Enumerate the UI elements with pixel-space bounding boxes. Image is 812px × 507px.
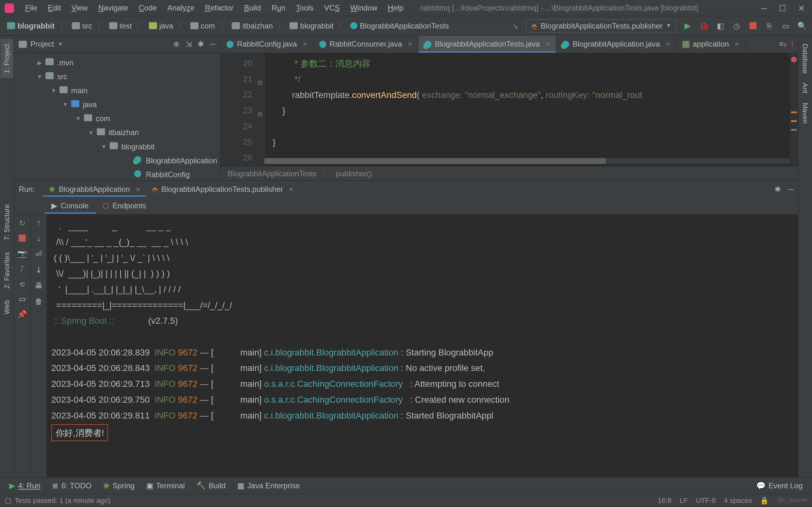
bb-spring[interactable]: ❀Spring: [99, 481, 139, 490]
tree-item-blograbbitapplication[interactable]: BlograbbitApplication: [14, 154, 220, 167]
tab-close-icon[interactable]: ×: [735, 40, 739, 48]
tab-close-icon[interactable]: ×: [408, 40, 412, 48]
menu-code[interactable]: Code: [133, 3, 162, 12]
menu-analyze[interactable]: Analyze: [162, 3, 200, 12]
menu-vcs[interactable]: VCS: [319, 3, 345, 12]
run-dashboard-icon[interactable]: ▭: [780, 20, 791, 31]
tool-ant[interactable]: Ant: [799, 78, 811, 98]
bc-itbaizhan[interactable]: itbaizhan: [230, 21, 275, 30]
project-view-selector[interactable]: Project ▼: [19, 40, 63, 49]
tree-item-blograbbit[interactable]: ▼blograbbit: [14, 139, 220, 154]
tree-item-java[interactable]: ▼java: [14, 97, 220, 111]
editor-tab[interactable]: RabbitConfig.java×: [221, 36, 313, 52]
menu-run[interactable]: Run: [266, 3, 290, 12]
editor-error-icon[interactable]: !: [791, 40, 793, 49]
run-settings-icon[interactable]: ✱: [774, 184, 781, 193]
file-encoding[interactable]: UTF-8: [696, 496, 716, 504]
run-config-tab[interactable]: ❀BlograbbitApplication×: [43, 182, 146, 195]
down-icon[interactable]: ↓: [37, 234, 41, 243]
tool-favorites[interactable]: 2: Favorites: [0, 247, 13, 293]
bc-test[interactable]: test: [107, 21, 134, 30]
bb-build[interactable]: 🔨Build: [192, 481, 230, 490]
lock-icon[interactable]: 🔒: [760, 496, 769, 504]
status-icon[interactable]: ▢: [5, 496, 11, 504]
menu-window[interactable]: Window: [345, 3, 383, 12]
tab-list-icon[interactable]: ≡₂: [779, 40, 787, 49]
minimize-icon[interactable]: ─: [761, 3, 767, 12]
tree-item-.mvn[interactable]: ▶.mvn: [14, 55, 220, 69]
maximize-icon[interactable]: ☐: [779, 3, 786, 12]
tool-web[interactable]: Web: [0, 295, 13, 319]
tree-item-rabbitconfig[interactable]: RabbitConfig: [14, 167, 220, 180]
menu-navigate[interactable]: Navigate: [93, 3, 133, 12]
dump-icon[interactable]: 📷: [17, 248, 26, 258]
bc-class[interactable]: BlograbbitApplicationTests: [348, 21, 451, 30]
debug-button[interactable]: 🐞: [699, 20, 709, 31]
print-icon[interactable]: 🖶: [35, 281, 43, 290]
bc-blograbbit[interactable]: blograbbit: [287, 21, 336, 30]
tree-item-itbaizhan[interactable]: ▼itbaizhan: [14, 125, 220, 139]
bb-run[interactable]: ▶4: Run: [5, 481, 45, 490]
bb-eventlog[interactable]: 💬Event Log: [751, 481, 807, 490]
run-subtab-endpoints[interactable]: ⬡Endpoints: [96, 198, 153, 214]
settings-icon[interactable]: ✱: [198, 40, 204, 49]
caret-position[interactable]: 16:8: [658, 496, 671, 504]
stop-button[interactable]: [748, 20, 758, 31]
editor-tab[interactable]: BlograbbitApplicationTests.java×: [418, 36, 556, 52]
hide-icon[interactable]: ─: [210, 40, 215, 49]
bc-com[interactable]: com: [188, 21, 217, 30]
run-config-selector[interactable]: ⬘ BlograbbitApplicationTests.publisher ▼: [526, 19, 676, 32]
line-gutter[interactable]: 2021⊟2223⊟242526: [221, 53, 265, 166]
tab-close-icon[interactable]: ×: [666, 40, 670, 48]
stop-icon[interactable]: [17, 233, 26, 242]
tool-database[interactable]: Database: [799, 39, 811, 78]
clear-icon[interactable]: 🗑: [35, 297, 43, 306]
run-hide-icon[interactable]: ─: [788, 184, 793, 193]
wrap-icon[interactable]: ⏎: [36, 250, 42, 259]
search-everywhere-icon[interactable]: 🔍: [797, 20, 807, 31]
bb-todo[interactable]: ≣6: TODO: [48, 481, 96, 490]
run-subtab-console[interactable]: ▶Console: [44, 198, 96, 214]
indent-config[interactable]: 4 spaces: [724, 496, 752, 504]
profile-button[interactable]: ◷: [732, 20, 742, 31]
vcs-icon[interactable]: ⎘: [764, 20, 774, 31]
scroll-icon[interactable]: ⤓: [36, 265, 42, 274]
editor-tab[interactable]: RabbitConsumer.java×: [313, 36, 419, 52]
run-button[interactable]: ▶: [682, 20, 693, 31]
menu-build[interactable]: Build: [239, 3, 266, 12]
menu-help[interactable]: Help: [383, 3, 409, 12]
scrollbar-thumb[interactable]: [265, 158, 606, 164]
tab-close-icon[interactable]: ×: [546, 40, 550, 48]
exit-icon[interactable]: ⎋: [17, 279, 26, 288]
expand-icon[interactable]: ⇲: [185, 40, 192, 49]
tree-item-main[interactable]: ▼main: [14, 83, 220, 97]
editor-tab[interactable]: BlograbbitApplication.java×: [556, 36, 676, 52]
error-stripe[interactable]: [790, 53, 798, 166]
layout-restore-icon[interactable]: ▭: [17, 294, 26, 303]
layout-icon[interactable]: ⤴: [17, 264, 26, 273]
horizontal-scrollbar[interactable]: [265, 158, 790, 164]
bb-terminal[interactable]: ▣Terminal: [142, 481, 190, 490]
tab-close-icon[interactable]: ×: [303, 40, 307, 48]
code-editor[interactable]: * 参数二：消息内容 */ rabbitTemplate.convertAndS…: [265, 53, 790, 166]
line-separator[interactable]: LF: [680, 496, 688, 504]
menu-tools[interactable]: Tools: [290, 3, 319, 12]
coverage-button[interactable]: ◧: [715, 20, 725, 31]
bc-java[interactable]: java: [147, 21, 176, 30]
editor-breadcrumb[interactable]: BlograbbitApplicationTests〉publisher(): [221, 166, 798, 180]
editor-tab[interactable]: application×: [676, 36, 745, 52]
tree-item-com[interactable]: ▼com: [14, 112, 220, 125]
bb-javaee[interactable]: ▦Java Enterprise: [232, 481, 305, 490]
menu-file[interactable]: File: [20, 3, 43, 12]
menu-view[interactable]: View: [66, 3, 93, 12]
build-hammer-icon[interactable]: ↘: [510, 20, 520, 31]
run-config-tab[interactable]: ⬘BlograbbitApplicationTests.publisher×: [146, 182, 299, 195]
console-output[interactable]: . ____ _ __ _ _ /\\ / ___'_ __ _ _(_)_ _…: [47, 215, 798, 477]
locate-icon[interactable]: ⊕: [173, 40, 179, 49]
project-tree[interactable]: ▶.mvn▼src▼main▼java▼com▼itbaizhan▼blogra…: [14, 53, 220, 180]
bc-module[interactable]: blograbbit: [5, 21, 57, 30]
tool-project[interactable]: 1: Project: [0, 39, 13, 78]
tree-item-src[interactable]: ▼src: [14, 69, 220, 83]
menu-edit[interactable]: Edit: [43, 3, 66, 12]
up-icon[interactable]: ↑: [37, 218, 41, 227]
